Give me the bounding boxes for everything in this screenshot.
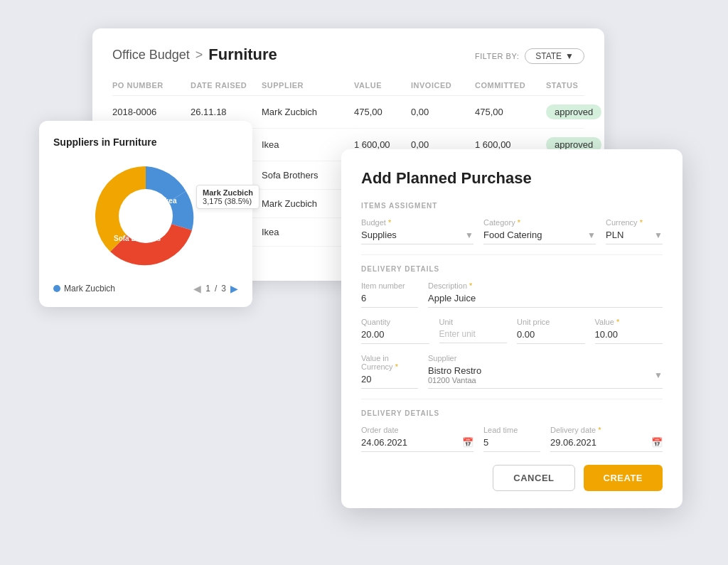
chart-card: Suppliers in Furniture Ikea Sofa Brother… [39,121,252,307]
table-header: PO NUMBER DATE RAISED SUPPLIER VALUE INV… [112,78,584,96]
donut-svg: Ikea Sofa Brothers [89,159,203,273]
breadcrumb-separator: > [196,48,203,63]
pagination: ◀ 1 / 3 ▶ [193,283,238,294]
order-date-input[interactable]: 24.06.2021 📅 [361,437,473,452]
unit-field: Unit Enter unit [439,318,508,344]
budget-label: Budget * [361,218,473,227]
chevron-down-icon: ▼ [654,230,663,240]
legend-item-mark: Mark Zucbich [53,284,115,294]
delivery-date-input[interactable]: 29.06.2021 📅 [550,437,663,452]
lead-time-label: Lead time [483,426,540,434]
col-date-raised: DATE RAISED [191,81,262,90]
category-label: Category * [483,218,596,227]
description-field: Description * Apple Juice [428,281,663,308]
budget-field: Budget * Supplies ▼ [361,218,473,244]
col-invoiced: INVOICED [411,81,475,90]
order-date-label: Order date [361,426,473,434]
quantity-label: Quantity [361,318,429,326]
supplier-select[interactable]: Bistro Restro 01200 Vantaa ▼ [428,365,663,389]
qty-unit-row: Quantity 20.00 Unit Enter unit Unit pric… [361,318,663,344]
add-planned-purchase-modal: Add Planned Purchase ITEMS ASSIGMENT Bud… [341,149,682,508]
delivery-row: Order date 24.06.2021 📅 Lead time 5 Deli… [361,426,663,452]
pagination-next-icon[interactable]: ▶ [230,283,238,294]
quantity-field: Quantity 20.00 [361,318,429,344]
status-badge: approved [546,104,601,119]
chevron-down-icon: ▼ [465,230,473,240]
currency-label: Currency * [606,218,663,227]
col-po-number: PO NUMBER [112,81,191,90]
items-assignment-row: Budget * Supplies ▼ Category * Food Cate… [361,218,663,244]
budget-select[interactable]: Supplies ▼ [361,230,473,244]
section3-label: DELIVERY DETAILS [361,409,663,417]
unit-price-value[interactable]: 0.00 [517,329,585,344]
col-supplier: SUPPLIER [262,81,354,90]
value-currency-value[interactable]: 20 [361,374,418,389]
unit-price-label: Unit price [517,318,585,326]
quantity-value[interactable]: 20.00 [361,329,429,344]
item-number-value[interactable]: 6 [361,293,418,308]
calendar-icon: 📅 [651,437,663,448]
section1-label: ITEMS ASSIGMENT [361,202,663,210]
supplier-address: 01200 Vantaa [428,376,481,384]
breadcrumb-parent: Office Budget [112,48,190,63]
chart-area: Ikea Sofa Brothers Mark Zucbich 3,175 (3… [53,159,238,273]
supplier-name: Bistro Restro [428,365,481,376]
filter-button[interactable]: STATE ▼ [525,48,584,64]
description-value[interactable]: Apple Juice [428,293,663,308]
legend-label-mark: Mark Zucbich [64,284,115,294]
modal-title: Add Planned Purchase [361,169,663,188]
cancel-button[interactable]: CANCEL [493,465,574,491]
chevron-down-icon: ▼ [654,370,663,380]
category-select[interactable]: Food Catering ▼ [483,230,596,244]
pagination-prev-icon[interactable]: ◀ [193,283,201,294]
lead-time-field: Lead time 5 [483,426,540,452]
value-currency-label: Value in Currency * [361,354,418,371]
col-value: VALUE [354,81,411,90]
col-committed: COMMITTED [475,81,546,90]
supplier-label: Supplier [428,354,663,362]
divider-2 [361,399,663,399]
pagination-total: 3 [221,284,226,294]
currency-select[interactable]: PLN ▼ [606,230,663,244]
create-button[interactable]: CREATE [584,465,663,491]
delivery-date-field: Delivery date * 29.06.2021 📅 [550,426,663,452]
value-supplier-row: Value in Currency * 20 Supplier Bistro R… [361,354,663,389]
chart-title: Suppliers in Furniture [53,136,238,148]
unit-input[interactable]: Enter unit [439,329,508,343]
category-field: Category * Food Catering ▼ [483,218,596,244]
pagination-current: 1 [205,284,210,294]
filter-button-label: STATE [535,51,562,61]
order-date-field: Order date 24.06.2021 📅 [361,426,473,452]
unit-price-field: Unit price 0.00 [517,318,585,344]
supplier-field: Supplier Bistro Restro 01200 Vantaa ▼ [428,354,663,389]
delivery-date-label: Delivery date * [550,426,663,434]
section2-label: DELIVERY DETAILS [361,265,663,273]
lead-time-value[interactable]: 5 [483,437,540,452]
filter-area: FILTER BY: STATE ▼ [475,48,584,64]
value-field: Value * 10.00 [595,318,663,344]
col-status: STATUS [546,81,624,90]
breadcrumb-current: Furniture [208,45,277,64]
modal-footer: CANCEL CREATE [361,465,663,491]
legend-dot-mark [53,285,60,292]
item-number-label: Item number [361,281,418,290]
donut-tooltip: Mark Zucbich 3,175 (38.5%) [196,185,259,209]
divider [361,254,663,255]
donut-chart: Ikea Sofa Brothers Mark Zucbich 3,175 (3… [89,159,203,273]
item-number-field: Item number 6 [361,281,418,308]
currency-field: Currency * PLN ▼ [606,218,663,244]
filter-label: FILTER BY: [475,52,519,60]
calendar-icon: 📅 [462,437,473,448]
sofa-label: Sofa Brothers [114,235,161,242]
unit-label: Unit [439,318,508,326]
value-value[interactable]: 10.00 [595,329,663,344]
chevron-down-icon: ▼ [565,51,574,61]
chevron-down-icon: ▼ [587,230,596,240]
chart-legend: Mark Zucbich ◀ 1 / 3 ▶ [53,283,238,294]
ikea-label: Ikea [163,197,177,205]
value-currency-field: Value in Currency * 20 [361,354,418,389]
description-label: Description * [428,281,663,290]
item-desc-row: Item number 6 Description * Apple Juice [361,281,663,308]
value-label: Value * [595,318,663,326]
